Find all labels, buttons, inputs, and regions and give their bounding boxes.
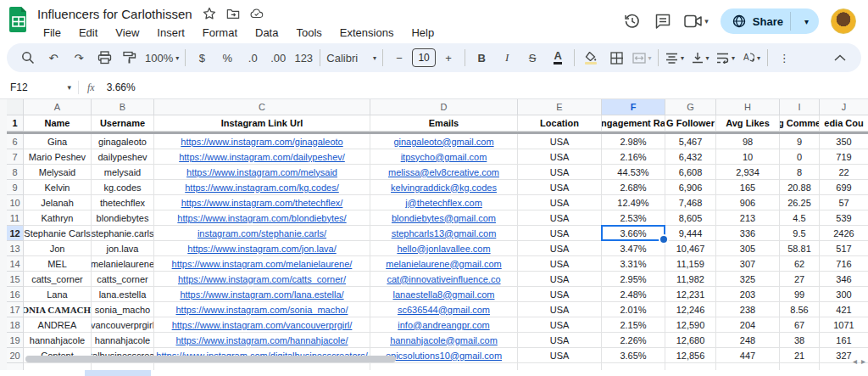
cell-link-row17[interactable]: https://www.instagram.com/sonia_macho/: [154, 302, 370, 317]
borders-button[interactable]: [604, 48, 629, 68]
cell-media_count-row12[interactable]: 2426: [820, 226, 868, 241]
column-header-D[interactable]: D: [370, 99, 518, 115]
cell-engagement-row11[interactable]: 2.53%: [602, 210, 665, 226]
cell-followers-row8[interactable]: 6,608: [665, 165, 716, 180]
cell-link-row18[interactable]: https://www.instagram.com/vancouverprgir…: [154, 317, 370, 333]
cell-engagement-row15[interactable]: 2.95%: [602, 272, 665, 287]
row-header-12[interactable]: 12: [7, 226, 24, 241]
cell-location-row15[interactable]: USA: [518, 272, 602, 287]
menu-file[interactable]: File: [37, 25, 67, 40]
cell-followers-row1[interactable]: G Follower: [665, 115, 716, 132]
row-header-20[interactable]: 20: [7, 348, 24, 363]
move-to-folder-icon[interactable]: [226, 7, 240, 20]
cell-avg_likes-row11[interactable]: 213: [716, 210, 780, 226]
cell-followers-row11[interactable]: 8,605: [665, 210, 716, 226]
cell-followers-row7[interactable]: 6,432: [665, 149, 716, 165]
cell-media_count-row15[interactable]: 346: [820, 272, 868, 287]
cell-engagement-row16[interactable]: 2.48%: [602, 287, 665, 302]
sheets-logo-icon[interactable]: [8, 6, 29, 33]
cell-media_count-row16[interactable]: 300: [820, 287, 868, 302]
cell-link-row15[interactable]: https://www.instagram.com/catts_corner/: [154, 272, 370, 287]
row-header-14[interactable]: 14: [7, 256, 24, 272]
share-caret-icon[interactable]: ▾: [798, 17, 815, 26]
cell-link-row14[interactable]: https://www.instagram.com/melanielaurene…: [154, 256, 370, 272]
fill-color-button[interactable]: [578, 48, 604, 68]
cell-link-row8[interactable]: https://www.instagram.com/melysaid: [154, 165, 370, 180]
cell-followers-row10[interactable]: 7,468: [665, 195, 716, 210]
cell-followers-row17[interactable]: 12,246: [665, 302, 716, 317]
cell-engagement-row12[interactable]: 3.66%: [602, 226, 665, 241]
cell-email-row13[interactable]: hello@jonlavallee.com: [370, 241, 518, 256]
cell-link-row11[interactable]: https://www.instagram.com/blondiebytes/: [154, 210, 370, 226]
cell-location-row12[interactable]: USA: [518, 226, 602, 241]
row-header-11[interactable]: 11: [7, 210, 24, 226]
column-header-B[interactable]: B: [92, 99, 154, 115]
cell-location-row8[interactable]: USA: [518, 165, 602, 180]
cell-media_count-row1[interactable]: edia Cou: [820, 115, 868, 132]
cell-media_count-row11[interactable]: 539: [820, 210, 868, 226]
cell-avg_likes-row8[interactable]: 2,934: [716, 165, 780, 180]
font-size-input[interactable]: 10: [412, 48, 436, 67]
cell-avg_likes-row6[interactable]: 98: [716, 134, 780, 149]
column-header-G[interactable]: G: [665, 99, 716, 115]
cell-followers-row6[interactable]: 5,467: [665, 134, 716, 149]
cell-email-row19[interactable]: hannahjacole@gmail.com: [370, 333, 518, 348]
row-header-8[interactable]: 8: [7, 165, 24, 180]
cell-link-row7[interactable]: https://www.instagram.com/dailypeshev/: [154, 149, 370, 165]
row-header-19[interactable]: 19: [7, 333, 24, 348]
cell-avg_comments-row12[interactable]: 9.5: [780, 226, 820, 241]
increase-font-size-button[interactable]: +: [436, 48, 461, 68]
meet-call-button[interactable]: ▾: [684, 12, 709, 31]
cell-engagement-row18[interactable]: 2.15%: [602, 317, 665, 333]
menu-view[interactable]: View: [109, 25, 145, 40]
strikethrough-button[interactable]: S: [520, 48, 545, 68]
print-button[interactable]: [92, 48, 117, 68]
cell-username-row9[interactable]: kg.codes: [92, 180, 154, 195]
cell-avg_comments-row8[interactable]: 8: [780, 165, 820, 180]
cell-name-row6[interactable]: Gina: [24, 134, 92, 149]
cell-engagement-row13[interactable]: 3.47%: [602, 241, 665, 256]
cell-engagement-row9[interactable]: 2.68%: [602, 180, 665, 195]
cell-avg_comments-row10[interactable]: 26.25: [780, 195, 820, 210]
cell-name-row10[interactable]: Jelanah: [24, 195, 92, 210]
row-header-16[interactable]: 16: [7, 287, 24, 302]
sheet-tab-peek[interactable]: [85, 370, 151, 376]
cell-location-row18[interactable]: USA: [518, 317, 602, 333]
name-box[interactable]: F12 ▾: [0, 81, 78, 93]
cell-followers-row13[interactable]: 10,467: [665, 241, 716, 256]
cell-media_count-row8[interactable]: 22: [820, 165, 868, 180]
cell-avg_comments-row1[interactable]: g Comme: [780, 115, 820, 132]
cell-avg_comments-row13[interactable]: 58.81: [780, 241, 820, 256]
row-header-13[interactable]: 13: [7, 241, 24, 256]
cell-avg_comments-row17[interactable]: 8.56: [780, 302, 820, 317]
cell-username-row15[interactable]: catts_corner: [92, 272, 154, 287]
paint-format-button[interactable]: [117, 48, 142, 68]
cell-location-row13[interactable]: USA: [518, 241, 602, 256]
cell-email-row18[interactable]: info@andreangpr.com: [370, 317, 518, 333]
cell-engagement-row20[interactable]: 3.65%: [602, 348, 665, 363]
cell-location-row6[interactable]: USA: [518, 134, 602, 149]
decrease-decimal-button[interactable]: .0: [240, 48, 265, 68]
cell-name-row12[interactable]: Stephanie Carls: [24, 226, 92, 241]
cell-username-row8[interactable]: melysaid: [92, 165, 154, 180]
cell-location-row17[interactable]: USA: [518, 302, 602, 317]
cell-media_count-row10[interactable]: 57: [820, 195, 868, 210]
cell-location-row19[interactable]: USA: [518, 333, 602, 348]
row-header-18[interactable]: 18: [7, 317, 24, 333]
cell-username-row18[interactable]: vancouverprgirl: [92, 317, 154, 333]
merge-cells-button[interactable]: ▾: [629, 48, 654, 68]
cell-avg_likes-row9[interactable]: 165: [716, 180, 780, 195]
zoom-select[interactable]: 100%▾: [142, 48, 181, 68]
cell-username-row10[interactable]: thetechflex: [92, 195, 154, 210]
cell-name-row15[interactable]: catts_corner: [24, 272, 92, 287]
column-header-C[interactable]: C: [154, 99, 370, 115]
cell-link-row12[interactable]: instagram.com/stephanie.carls/: [154, 226, 370, 241]
version-history-icon[interactable]: [623, 12, 642, 31]
menu-help[interactable]: Help: [405, 25, 440, 40]
more-formats-button[interactable]: 123: [291, 48, 316, 68]
cell-email-row16[interactable]: lanaestella8@gmail.com: [370, 287, 518, 302]
cell-avg_comments-row7[interactable]: 0: [780, 149, 820, 165]
undo-button[interactable]: ↶: [41, 48, 66, 68]
cell-location-row9[interactable]: USA: [518, 180, 602, 195]
text-wrap-button[interactable]: ▾: [713, 48, 738, 68]
